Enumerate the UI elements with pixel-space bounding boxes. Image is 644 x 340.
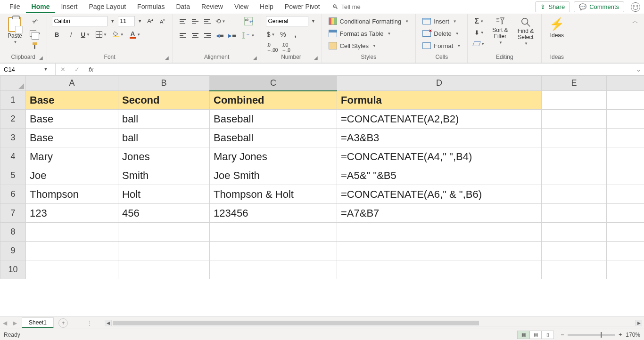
expand-formula-bar-button[interactable]: ⌄	[633, 64, 644, 75]
underline-button[interactable]: U▼	[80, 29, 91, 40]
cell-D10[interactable]	[337, 260, 542, 279]
scroll-right-button[interactable]: ▶	[636, 320, 642, 326]
cell-B9[interactable]	[118, 242, 210, 260]
cell-C9[interactable]	[210, 242, 337, 260]
collapse-ribbon-button[interactable]: ︿	[632, 14, 644, 25]
new-sheet-button[interactable]: +	[58, 318, 68, 328]
cell-D6[interactable]: =CONCATENATE(A6," & ",B6)	[337, 185, 542, 204]
name-box-input[interactable]	[0, 64, 42, 75]
sheet-nav-next[interactable]: ▶	[10, 320, 20, 326]
scroll-left-button[interactable]: ◀	[105, 320, 111, 326]
cell-E7[interactable]	[542, 204, 607, 223]
cell-D2[interactable]: =CONCATENATE(A2,B2)	[337, 110, 542, 129]
increase-font-button[interactable]: A▴	[145, 16, 156, 26]
row-header-2[interactable]: 2	[0, 110, 26, 129]
zoom-out-button[interactable]: −	[561, 332, 564, 338]
column-header-B[interactable]: B	[118, 76, 210, 91]
cell-D9[interactable]	[337, 242, 542, 260]
row-header-8[interactable]: 8	[0, 223, 26, 242]
view-page-break-button[interactable]: ▯	[542, 331, 554, 339]
cell-extra-8[interactable]	[607, 223, 644, 242]
cell-E4[interactable]	[542, 147, 607, 166]
row-header-7[interactable]: 7	[0, 204, 26, 223]
font-size-input[interactable]	[118, 16, 135, 26]
cell-B5[interactable]: Smith	[118, 166, 210, 185]
copy-button[interactable]: ▼	[29, 28, 42, 39]
tab-home[interactable]: Home	[26, 1, 56, 13]
align-center-button[interactable]	[190, 30, 200, 40]
share-button[interactable]: ⇪ Share	[535, 1, 570, 12]
enter-formula-button[interactable]: ✓	[70, 64, 84, 75]
decrease-decimal-button[interactable]: .00→.0	[281, 42, 291, 53]
delete-cells-button[interactable]: Delete ▼	[421, 28, 462, 39]
format-cells-button[interactable]: Format ▼	[421, 40, 462, 51]
cell-B1[interactable]: Second	[118, 91, 210, 110]
cell-D7[interactable]: =A7&B7	[337, 204, 542, 223]
conditional-formatting-button[interactable]: Conditional Formatting ▼	[327, 16, 411, 26]
zoom-level[interactable]: 170%	[626, 332, 640, 338]
cell-A9[interactable]	[26, 242, 118, 260]
dialog-launcher-icon[interactable]: ◢	[314, 55, 320, 61]
clear-button[interactable]: ▼	[472, 39, 486, 49]
tab-file[interactable]: File	[4, 1, 26, 13]
paste-button[interactable]: Paste ▼	[5, 16, 25, 45]
increase-indent-button[interactable]: ▶	[227, 30, 237, 40]
dialog-launcher-icon[interactable]: ◢	[39, 55, 45, 61]
tell-me-search[interactable]: 🔍︎ Tell me	[326, 3, 361, 10]
dialog-launcher-icon[interactable]: ◢	[253, 55, 259, 61]
tab-page-layout[interactable]: Page Layout	[83, 1, 132, 13]
insert-function-button[interactable]: fx	[84, 64, 98, 75]
comma-format-button[interactable]: ,	[290, 29, 301, 40]
cell-B3[interactable]: ball	[118, 129, 210, 147]
cell-B8[interactable]	[118, 223, 210, 242]
cell-C1[interactable]: Combined	[210, 91, 337, 110]
font-color-button[interactable]: A▼	[129, 29, 141, 40]
column-header-E[interactable]: E	[542, 76, 607, 91]
tab-formulas[interactable]: Formulas	[132, 1, 170, 13]
view-page-layout-button[interactable]: ▤	[529, 331, 542, 339]
cell-B2[interactable]: ball	[118, 110, 210, 129]
row-header-9[interactable]: 9	[0, 242, 26, 260]
zoom-in-button[interactable]: +	[619, 332, 622, 338]
cell-E6[interactable]	[542, 185, 607, 204]
increase-decimal-button[interactable]: .0←.00	[266, 42, 279, 53]
format-painter-button[interactable]	[29, 40, 42, 51]
cell-A5[interactable]: Joe	[26, 166, 118, 185]
decrease-font-button[interactable]: A▾	[157, 16, 168, 26]
sort-filter-button[interactable]: Sort & Filter ▼	[489, 16, 511, 46]
chevron-down-icon[interactable]: ▼	[109, 19, 116, 24]
cell-C4[interactable]: Mary Jones	[210, 147, 337, 166]
cell-A4[interactable]: Mary	[26, 147, 118, 166]
cell-E1[interactable]	[542, 91, 607, 110]
cell-D5[interactable]: =A5&" "&B5	[337, 166, 542, 185]
feedback-smiley-icon[interactable]	[631, 2, 640, 12]
cell-A1[interactable]: Base	[26, 91, 118, 110]
cell-A7[interactable]: 123	[26, 204, 118, 223]
format-as-table-button[interactable]: Format as Table ▼	[327, 28, 411, 39]
find-select-button[interactable]: Find & Select ▼	[515, 16, 537, 47]
view-normal-button[interactable]: ▦	[517, 331, 529, 339]
chevron-down-icon[interactable]: ▼	[137, 19, 143, 24]
scrollbar-thumb[interactable]	[113, 321, 479, 325]
row-header-10[interactable]: 10	[0, 260, 26, 279]
cell-B10[interactable]	[118, 260, 210, 279]
cell-extra-1[interactable]	[607, 91, 644, 110]
cell-E9[interactable]	[542, 242, 607, 260]
cell-E10[interactable]	[542, 260, 607, 279]
decrease-indent-button[interactable]: ◀	[215, 30, 225, 40]
cell-C10[interactable]	[210, 260, 337, 279]
accounting-format-button[interactable]: $▼	[266, 29, 276, 40]
cell-E8[interactable]	[542, 223, 607, 242]
tab-data[interactable]: Data	[170, 1, 196, 13]
cell-E3[interactable]	[542, 129, 607, 147]
tab-power-pivot[interactable]: Power Pivot	[279, 1, 326, 13]
worksheet-grid[interactable]: A B C D E 1 Base Second Combined Formula…	[0, 75, 644, 316]
row-header-4[interactable]: 4	[0, 147, 26, 166]
horizontal-scrollbar[interactable]: ◀ ▶	[111, 320, 636, 326]
orientation-button[interactable]: ⟲▼	[215, 16, 227, 26]
row-header-1[interactable]: 1	[0, 91, 26, 110]
cell-extra-6[interactable]	[607, 185, 644, 204]
top-align-button[interactable]	[178, 16, 188, 26]
chevron-down-icon[interactable]: ▼	[310, 19, 317, 24]
cell-B7[interactable]: 456	[118, 204, 210, 223]
